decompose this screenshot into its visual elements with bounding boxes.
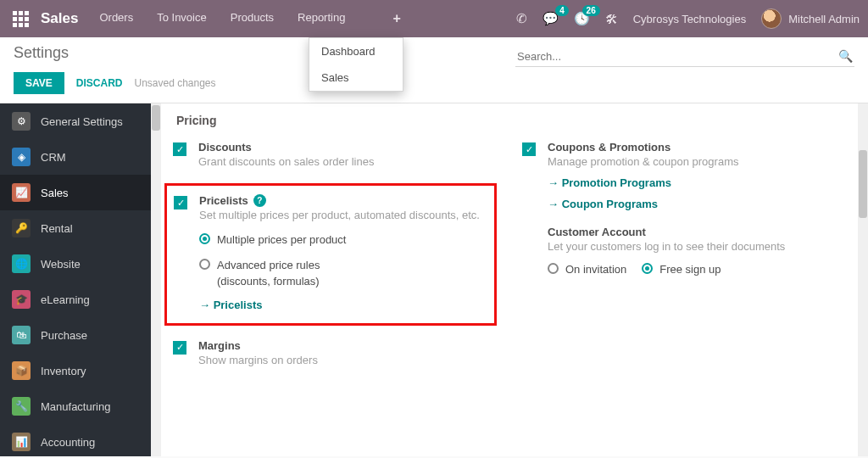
page-title: Settings [14, 44, 515, 62]
dropdown-dashboard[interactable]: Dashboard [309, 38, 403, 64]
user-name: Mitchell Admin [788, 13, 860, 25]
coupons-desc: Manage promotion & coupon programs [548, 155, 846, 168]
control-panel: Settings SAVE DISCARD Unsaved changes 🔍 [0, 37, 868, 103]
radio-icon [199, 259, 210, 270]
radio-icon [642, 263, 653, 274]
radio-icon [199, 233, 210, 244]
nav-add-icon[interactable]: + [392, 11, 400, 26]
reporting-dropdown: Dashboard Sales [309, 37, 403, 92]
sidebar-item-manufacturing[interactable]: 🔧Manufacturing [0, 388, 151, 424]
coupon-programs-link[interactable]: Coupon Programs [548, 198, 846, 210]
sidebar-item-purchase[interactable]: 🛍Purchase [0, 317, 151, 353]
margins-checkbox[interactable]: ✓ [173, 341, 186, 355]
user-avatar-icon [761, 8, 782, 29]
app-brand[interactable]: Sales [41, 10, 78, 27]
sidebar-item-elearning[interactable]: 🎓eLearning [0, 282, 151, 317]
content-scrollbar[interactable] [858, 103, 868, 456]
discounts-desc: Grant discounts on sales order lines [198, 155, 497, 168]
sidebar-scrollbar[interactable] [151, 103, 161, 456]
promotion-programs-link[interactable]: Promotion Programs [548, 176, 846, 189]
nav-reporting[interactable]: Reporting [298, 11, 345, 26]
top-navbar: Sales Orders To Invoice Products Reporti… [0, 0, 868, 37]
setting-margins: ✓ Margins Show margins on orders [173, 339, 497, 366]
customer-radio-freesignup[interactable]: Free sign up [642, 261, 721, 278]
sidebar-item-website[interactable]: 🌐Website [0, 246, 151, 282]
apps-menu-icon[interactable] [8, 7, 32, 31]
crm-icon: ◈ [12, 148, 31, 166]
search-icon[interactable]: 🔍 [838, 49, 853, 63]
search-input[interactable] [517, 50, 838, 63]
sales-icon: 📈 [12, 183, 31, 202]
customer-radio-invitation[interactable]: On invitation [548, 261, 626, 278]
unsaved-label: Unsaved changes [134, 77, 215, 89]
sidebar-item-general[interactable]: ⚙General Settings [0, 103, 151, 139]
pricelists-label: Pricelists? [199, 194, 487, 207]
section-pricing-title: Pricing [176, 114, 846, 127]
help-icon[interactable]: ? [253, 194, 266, 207]
sidebar-item-rental[interactable]: 🔑Rental [0, 210, 151, 246]
nav-to-invoice[interactable]: To Invoice [157, 11, 207, 26]
radio-icon [548, 263, 559, 274]
tools-icon[interactable]: 🛠 [605, 12, 618, 26]
search-container: 🔍 [515, 46, 854, 67]
discard-button[interactable]: DISCARD [76, 77, 123, 89]
elearning-icon: 🎓 [12, 290, 31, 309]
sidebar-item-inventory[interactable]: 📦Inventory [0, 353, 151, 388]
purchase-icon: 🛍 [12, 326, 31, 344]
activity-badge: 26 [582, 5, 600, 16]
pricelists-highlight: ✓ Pricelists? Set multiple prices per pr… [164, 183, 497, 326]
customer-account-label: Customer Account [548, 226, 846, 238]
accounting-icon: 📊 [12, 433, 31, 451]
company-name[interactable]: Cybrosys Technologies [633, 13, 746, 25]
nav-orders[interactable]: Orders [99, 11, 133, 26]
setting-customer-account: Customer Account Let your customers log … [522, 226, 846, 278]
rental-icon: 🔑 [12, 219, 31, 237]
activity-icon[interactable]: 🕓26 [574, 11, 590, 26]
pricelists-checkbox[interactable]: ✓ [174, 196, 187, 209]
setting-discounts: ✓ Discounts Grant discounts on sales ord… [173, 141, 497, 168]
customer-account-desc: Let your customers log in to see their d… [548, 240, 846, 253]
settings-content: Pricing ✓ Discounts Grant discounts on s… [161, 103, 858, 456]
wrench-icon: 🔧 [12, 397, 31, 416]
user-menu[interactable]: Mitchell Admin [761, 8, 860, 29]
save-button[interactable]: SAVE [14, 72, 64, 94]
pricelists-desc: Set multiple prices per product, automat… [199, 209, 487, 221]
sidebar-item-sales[interactable]: 📈Sales [0, 175, 151, 210]
pricelists-link[interactable]: Pricelists [199, 299, 487, 311]
inventory-icon: 📦 [12, 361, 31, 380]
sidebar-item-crm[interactable]: ◈CRM [0, 139, 151, 175]
setting-coupons: ✓ Coupons & Promotions Manage promotion … [522, 141, 846, 210]
dropdown-sales[interactable]: Sales [309, 64, 403, 91]
discounts-checkbox[interactable]: ✓ [173, 142, 186, 156]
setting-pricelists: ✓ Pricelists? Set multiple prices per pr… [174, 194, 487, 311]
chat-icon[interactable]: 💬4 [542, 11, 559, 26]
margins-desc: Show margins on orders [198, 354, 497, 366]
discounts-label: Discounts [198, 141, 497, 154]
margins-label: Margins [198, 339, 497, 352]
settings-sidebar: ⚙General Settings ◈CRM 📈Sales 🔑Rental 🌐W… [0, 103, 151, 456]
gear-icon: ⚙ [12, 112, 31, 131]
nav-products[interactable]: Products [231, 11, 274, 26]
coupons-label: Coupons & Promotions [548, 141, 846, 154]
globe-icon: 🌐 [12, 254, 31, 273]
sidebar-item-accounting[interactable]: 📊Accounting [0, 424, 151, 456]
coupons-checkbox[interactable]: ✓ [522, 142, 536, 156]
pricelists-radio-advanced[interactable]: Advanced price rules (discounts, formula… [199, 257, 487, 290]
pricelists-radio-multiple[interactable]: Multiple prices per product [199, 232, 487, 249]
phone-icon[interactable]: ✆ [516, 11, 527, 26]
chat-badge: 4 [555, 5, 569, 16]
